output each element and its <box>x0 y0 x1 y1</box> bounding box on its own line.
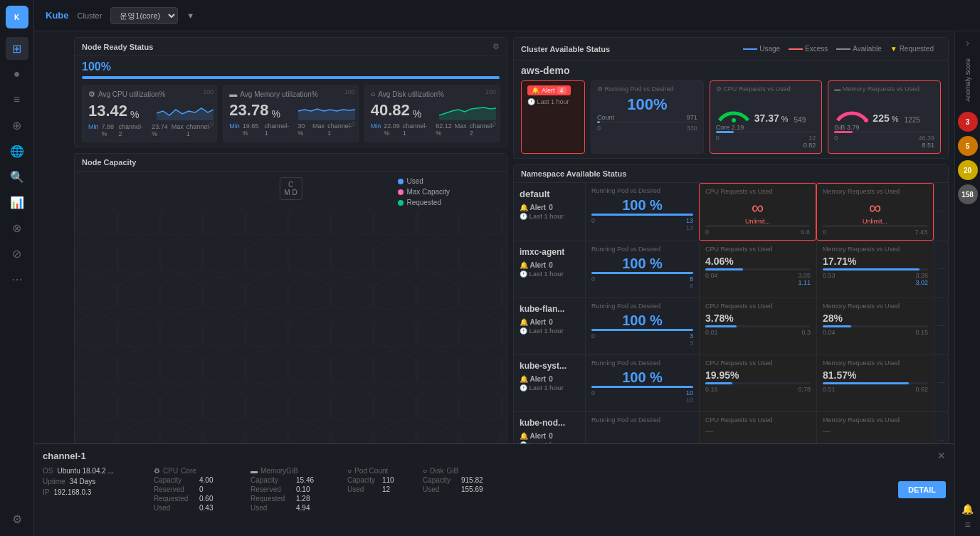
pod-slider <box>597 121 697 123</box>
mem-slider-fill <box>834 131 852 133</box>
node-ready-settings-icon[interactable]: ⚙ <box>492 42 500 51</box>
cluster-metrics-row: 🔔 Alert 4 🕐 Last 1 hour ⚙ Running Pod vs… <box>521 80 941 154</box>
node-ready-percent: 100% <box>82 61 500 73</box>
ns-kubesyst-alert: 🔔 Alert 0 🕐 Last 1 hour <box>520 375 579 392</box>
ns-default-cpu-value: Unlimit... <box>705 218 810 225</box>
detail-ip-row: IP 192.168.0.3 <box>43 488 142 496</box>
detail-uptime-row: Uptime 34 Days <box>43 478 142 485</box>
detail-ip-value: 192.168.0.3 <box>53 488 91 496</box>
anomaly-badge-3[interactable]: 3 <box>958 112 978 132</box>
detail-grid: OS Ubuntu 18.04.2 ... Uptime 34 Days IP … <box>43 467 946 512</box>
ns-kubesyst-cpu-title: CPU Requests vs Used <box>705 359 811 367</box>
right-sidebar-bell-icon[interactable]: 🔔 <box>961 503 974 515</box>
legend-usage-text: Usage <box>759 45 780 53</box>
ns-imxc-menu[interactable]: ⋯ <box>934 241 948 298</box>
ns-kubeflan-mem-value: 28% <box>823 312 928 324</box>
ns-imxc-pod-slider <box>591 272 693 274</box>
cpu-req-icon: ⚙ <box>716 85 722 93</box>
alert-label: Alert <box>542 87 555 94</box>
cpu-requests-box: ⚙ CPU Requests vs Used 37.37 % <box>710 80 823 154</box>
sidebar-item-settings[interactable]: ⚙ <box>6 508 28 530</box>
pod-count-label: Count <box>597 114 614 121</box>
ns-kubeflan-mem-labels: 0.040.15 <box>823 329 928 336</box>
ns-default-pods: Running Pod vs Desired 100 % 0 13 13 <box>585 183 699 241</box>
mem-requests-title: ▬ Memory Requests vs Used <box>834 85 934 93</box>
legend-available: Available <box>836 45 881 53</box>
ns-kubesyst-cpu: CPU Requests vs Used 19.95% 0.160.78 <box>699 355 816 411</box>
sidebar-item-network[interactable]: ⊕ <box>6 114 28 137</box>
ns-default-pod-desired: 13 <box>591 224 693 231</box>
ns-name-default: default 🔔 Alert 0 🕐 Last 1 hour <box>514 183 585 241</box>
ns-kubesyst-mem-labels: 0.510.62 <box>823 386 928 393</box>
detail-disk-used-label: Used <box>423 485 455 493</box>
ns-imxc-mem-slider <box>823 268 928 270</box>
app-logo[interactable]: K <box>6 6 28 28</box>
sidebar-item-globe[interactable]: 🌐 <box>6 140 28 162</box>
detail-cpu-header: ⚙ CPU Core <box>154 467 239 475</box>
ns-imxc-cpu-value: 4.06% <box>705 256 811 267</box>
disk-metric-label: Avg Disk utilization% <box>378 90 444 98</box>
detail-cpu-label: CPU <box>163 467 178 475</box>
legend-requested-text: Requested <box>900 45 934 53</box>
ns-imxc-cpu-title: CPU Requests vs Used <box>705 246 811 253</box>
ns-kubesyst-menu[interactable]: ⋯ <box>934 355 948 411</box>
detail-pod-header: ○ Pod Count <box>347 467 411 475</box>
sidebar-item-dot[interactable]: ● <box>6 63 28 85</box>
ns-kubesyst-cpu-fill <box>705 382 732 384</box>
node-ready-progress-bar <box>82 76 500 79</box>
ns-name-kubesyst: kube-syst... 🔔 Alert 0 🕐 Last 1 hour <box>514 355 585 411</box>
ns-imxc-pod-labels: 08 <box>591 275 693 283</box>
cpu-slider <box>716 131 816 133</box>
sidebar-item-search[interactable]: 🔍 <box>6 165 28 188</box>
pod-percent: 100% <box>597 95 697 114</box>
ns-kubesyst-pod-slider <box>591 386 693 388</box>
cmd-label: C M D <box>279 177 302 200</box>
ns-imxc-cpu-fill <box>705 268 743 270</box>
ns-imxc-pod-title: Running Pod vs Desired <box>591 246 693 253</box>
alert-bell-icon: 🔔 <box>532 87 539 94</box>
mem-metric-unit: % <box>271 108 280 120</box>
sidebar-item-list[interactable]: ≡ <box>6 88 28 111</box>
anomaly-badge-20[interactable]: 20 <box>958 160 978 180</box>
sidebar-item-chart[interactable]: 📊 <box>6 191 28 214</box>
right-sidebar-list-icon[interactable]: ≡ <box>964 519 970 530</box>
ns-imxc-mem: Memory Requests vs Used 17.71% 0.533.26 … <box>816 241 934 298</box>
ns-kubesyst-pod-title: Running Pod vs Desired <box>591 359 693 367</box>
cluster-name: aws-demo <box>521 65 941 76</box>
anomaly-badge-5[interactable]: 5 <box>958 136 978 156</box>
anomaly-badge-158[interactable]: 158 <box>958 184 978 204</box>
detail-uptime-label: Uptime <box>43 478 65 485</box>
mem-icon: ▬ <box>229 90 237 98</box>
ns-kubeflan-pod-labels: 03 <box>591 332 693 340</box>
sidebar-item-home[interactable]: ⊞ <box>6 37 28 60</box>
disk-sparkline <box>439 95 496 120</box>
detail-os-value: Ubuntu 18.04.2 ... <box>57 467 114 475</box>
ns-kubesyst-pod-desired: 10 <box>591 396 693 404</box>
sidebar-item-grid[interactable]: ⊘ <box>6 242 28 265</box>
ns-kubeflan-mem-fill <box>823 325 851 327</box>
ns-imxc-cpu: CPU Requests vs Used 4.06% 0.043.05 1.11 <box>699 241 816 298</box>
ns-kubeflan-menu[interactable]: ⋯ <box>934 298 948 354</box>
detail-col-cpu: ⚙ CPU Core Capacity4.00 Reserved0 Reques… <box>154 467 239 512</box>
svg-point-11 <box>732 118 736 122</box>
node-ready-progress-fill <box>82 76 500 79</box>
detail-button[interactable]: DETAIL <box>898 481 946 498</box>
ns-kubeflan-cpu-value: 3.78% <box>705 312 811 324</box>
right-sidebar-chevron[interactable]: › <box>966 37 969 48</box>
ns-imxc-cpu-marker: 1.11 <box>705 279 811 286</box>
cpu-req-value: 37.37 <box>754 112 779 124</box>
mem-mini-chart: 100 0 <box>295 85 358 130</box>
ns-kubeflan-cpu-title: CPU Requests vs Used <box>705 303 811 310</box>
ns-default-menu[interactable]: ⋯ <box>934 183 948 241</box>
sidebar-item-dots[interactable]: ⋯ <box>6 268 28 290</box>
sidebar-item-table[interactable]: ⊗ <box>6 216 28 239</box>
cluster-select[interactable]: 운영1(core) <box>110 7 178 24</box>
running-pod-box: ⚙ Running Pod vs Desired 100% Count 971 <box>591 80 704 154</box>
pod-slider-labels: 0330 <box>597 125 697 132</box>
disk-metric-value: 40.82 <box>371 101 410 120</box>
ns-kubeflan-pods: Running Pod vs Desired 100 % 03 3 <box>585 298 699 354</box>
detail-uptime-value: 34 Days <box>70 478 96 485</box>
pod-settings-icon: ⚙ <box>597 85 603 93</box>
detail-close-icon[interactable]: ✕ <box>937 450 946 461</box>
mem-slider-labels: 046.39 <box>834 135 934 142</box>
